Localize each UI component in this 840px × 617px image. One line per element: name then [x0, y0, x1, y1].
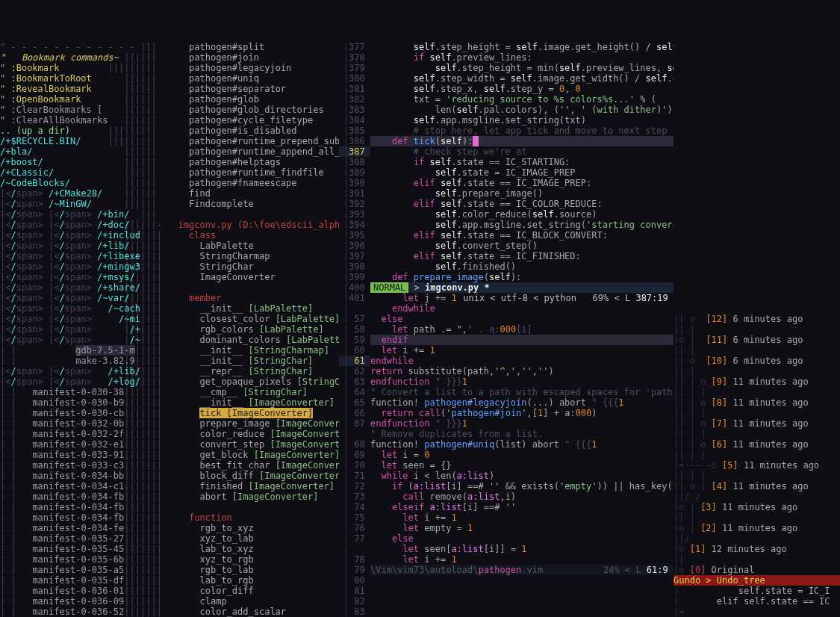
line-numbers: |377 |378 |379 |380 |381 |382 |383 |384 …: [339, 42, 370, 617]
gundo-status: Gundo > Undo_tree: [673, 575, 840, 586]
statusline: NORMAL > imgconv.py *unix < utf-8 < pyth…: [370, 282, 673, 293]
nerdtree-panel[interactable]: " - - - - - - - - - - - - - - -|||" Book…: [0, 42, 140, 617]
gundo-panel[interactable]: || o [12] 6 minutes ago|| ||o | [11] 6 m…: [673, 42, 840, 617]
taglist-panel[interactable]: ||| pathogen#split||| pathogen#join||| p…: [140, 42, 339, 617]
statusline-2: \Vim\vim73\autoload\pathogen.vim24% < L …: [370, 565, 673, 575]
code-panel[interactable]: self.step_height = self.image.get_height…: [370, 42, 673, 617]
